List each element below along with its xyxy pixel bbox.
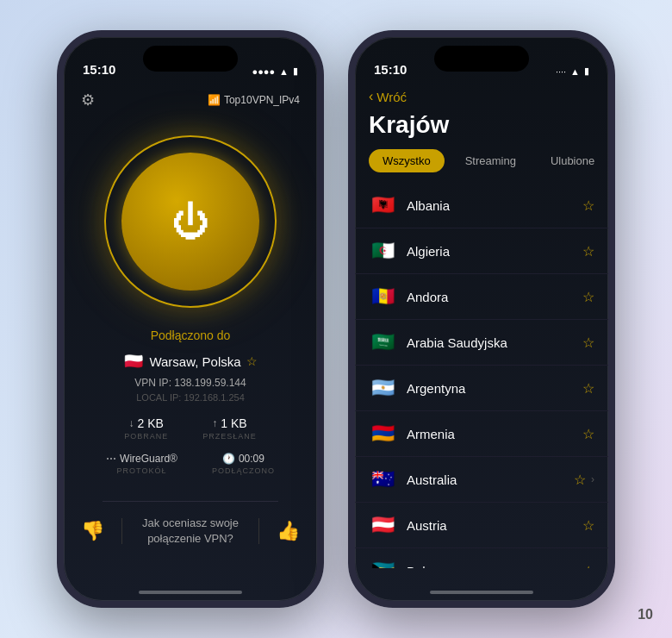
poland-flag: 🇵🇱: [123, 351, 144, 372]
location-row: 🇵🇱 Warsaw, Polska ☆: [123, 351, 257, 372]
back-label: Wróć: [376, 90, 407, 104]
protocol-icon: ⋯: [106, 453, 116, 465]
protocol-label: PROTOKÓŁ: [117, 466, 167, 475]
country-name: Austria: [407, 518, 582, 533]
separator: [103, 501, 277, 502]
status-icons-1: ●●●● ▲ ▮: [252, 66, 298, 77]
feedback-divider-2: [258, 518, 259, 544]
favorite-star[interactable]: ☆: [246, 354, 258, 368]
download-label: POBRANE: [124, 432, 168, 441]
vpn-header: ⚙ 📶 Top10VPN_IPv4: [81, 91, 300, 109]
country-flag: 🇸🇦: [369, 328, 396, 356]
home-indicator-1: [139, 591, 242, 594]
feedback-text: Jak oceniasz swoje połączenie VPN?: [140, 516, 242, 547]
country-flag: 🇦🇺: [369, 466, 396, 493]
country-name: Albania: [407, 198, 582, 213]
download-value: 2 KB: [138, 416, 164, 430]
settings-icon[interactable]: ⚙: [81, 91, 95, 109]
status-time-1: 15:10: [83, 62, 115, 77]
country-star[interactable]: ☆: [582, 380, 594, 397]
wifi-network-label: 📶 Top10VPN_IPv4: [208, 94, 300, 106]
country-star[interactable]: ☆: [582, 335, 594, 351]
country-star[interactable]: ☆: [582, 197, 594, 214]
country-flag: 🇦🇷: [369, 374, 396, 402]
country-item[interactable]: 🇸🇦 Arabia Saudyjska ☆: [355, 320, 608, 366]
upload-label: PRZESŁANE: [202, 432, 257, 441]
country-name: Bahamy: [407, 564, 582, 569]
home-indicator-2: [430, 591, 533, 594]
country-star[interactable]: ☆: [574, 472, 586, 488]
country-flag: 🇦🇱: [369, 191, 396, 219]
country-chevron-icon: ›: [591, 473, 594, 485]
time-item: 🕐 00:09 PODŁĄCZONO: [212, 453, 275, 475]
dots-icon: ····: [556, 66, 566, 77]
local-ip: LOCAL IP: 192.168.1.254: [136, 392, 245, 403]
thumbs-up-icon[interactable]: 👍: [277, 520, 300, 542]
power-circle-inner: ⏻: [121, 153, 259, 291]
phone-list: 15:10 ···· ▲ ▮ ‹ Wróć Krajów Wszystko St…: [348, 30, 615, 608]
vpn-content: ⚙ 📶 Top10VPN_IPv4 ⏻ Podłączono do 🇵🇱 War…: [64, 82, 317, 601]
tab-ulubione[interactable]: Ulubione: [537, 149, 608, 172]
phone-vpn: 15:10 ●●●● ▲ ▮ ⚙ 📶 Top10VPN_IPv4 ⏻ Podłą…: [57, 30, 324, 608]
upload-arrow: ↑: [212, 417, 217, 429]
country-star[interactable]: ☆: [582, 517, 594, 534]
country-name: Australia: [407, 472, 574, 487]
country-name: Armenia: [407, 427, 582, 441]
download-stat: ↓ 2 KB POBRANE: [124, 416, 168, 441]
country-item[interactable]: 🇦🇷 Argentyna ☆: [355, 366, 608, 411]
country-name: Algieria: [407, 244, 582, 259]
power-circle-outer[interactable]: ⏻: [104, 135, 277, 308]
country-flag: 🇩🇿: [369, 237, 396, 265]
back-row[interactable]: ‹ Wróć: [355, 82, 608, 108]
stats-row: ↓ 2 KB POBRANE ↑ 1 KB PRZESŁANE: [124, 416, 257, 441]
battery-icon: ▮: [293, 66, 298, 77]
country-item[interactable]: 🇦🇩 Andora ☆: [355, 274, 608, 320]
status-icons-2: ···· ▲ ▮: [556, 66, 589, 77]
country-item[interactable]: 🇧🇸 Bahamy ☆: [355, 548, 608, 568]
feedback-row: 👎 Jak oceniasz swoje połączenie VPN? 👍: [81, 516, 300, 547]
tab-streaming[interactable]: Streaming: [451, 149, 530, 172]
list-content: ‹ Wróć Krajów Wszystko Streaming Ulubion…: [355, 82, 608, 601]
clock-icon: 🕐: [222, 453, 235, 465]
country-name: Andora: [407, 290, 582, 304]
country-item[interactable]: 🇦🇲 Armenia ☆: [355, 411, 608, 457]
battery-icon-2: ▮: [584, 66, 589, 77]
signal-icon: ●●●●: [252, 66, 276, 77]
wifi-icon: ▲: [279, 66, 289, 77]
corner-logo: 10: [638, 607, 653, 622]
country-list: 🇦🇱 Albania ☆ 🇩🇿 Algieria ☆ 🇦🇩 Andora ☆ 🇸…: [355, 183, 608, 568]
time-value: 00:09: [239, 453, 264, 465]
country-star[interactable]: ☆: [582, 289, 594, 305]
vpn-ip: VPN IP: 138.199.59.144: [134, 377, 246, 389]
back-chevron-icon: ‹: [369, 89, 373, 104]
country-flag: 🇧🇸: [369, 557, 396, 568]
thumbs-down-icon[interactable]: 👎: [81, 520, 104, 542]
upload-stat: ↑ 1 KB PRZESŁANE: [202, 416, 257, 441]
time-label: PODŁĄCZONO: [212, 466, 275, 475]
country-star[interactable]: ☆: [582, 563, 594, 569]
country-flag: 🇦🇩: [369, 283, 396, 310]
country-item[interactable]: 🇦🇱 Albania ☆: [355, 183, 608, 228]
tab-row: Wszystko Streaming Ulubione: [355, 149, 608, 183]
protocol-row: ⋯ WireGuard® PROTOKÓŁ 🕐 00:09 PODŁĄCZONO: [106, 453, 275, 475]
country-flag: 🇦🇹: [369, 511, 396, 539]
country-name: Arabia Saudyjska: [407, 335, 582, 350]
country-item[interactable]: 🇦🇹 Austria ☆: [355, 503, 608, 548]
wifi-icon-2: ▲: [570, 66, 580, 77]
status-time-2: 15:10: [374, 62, 407, 77]
country-item[interactable]: 🇦🇺 Australia ☆ ›: [355, 457, 608, 503]
protocol-value: WireGuard®: [120, 453, 177, 465]
country-flag: 🇦🇲: [369, 420, 396, 447]
download-arrow: ↓: [129, 417, 134, 429]
location-name: Warsaw, Polska: [149, 354, 240, 369]
protocol-item: ⋯ WireGuard® PROTOKÓŁ: [106, 453, 177, 475]
dynamic-island: [143, 46, 238, 72]
country-name: Argentyna: [407, 381, 582, 396]
country-star[interactable]: ☆: [582, 243, 594, 260]
page-title: Krajów: [355, 108, 608, 149]
country-item[interactable]: 🇩🇿 Algieria ☆: [355, 228, 608, 274]
tab-wszystko[interactable]: Wszystko: [369, 149, 445, 172]
country-star[interactable]: ☆: [582, 426, 594, 442]
power-icon: ⏻: [171, 203, 209, 241]
dynamic-island-2: [434, 46, 529, 72]
